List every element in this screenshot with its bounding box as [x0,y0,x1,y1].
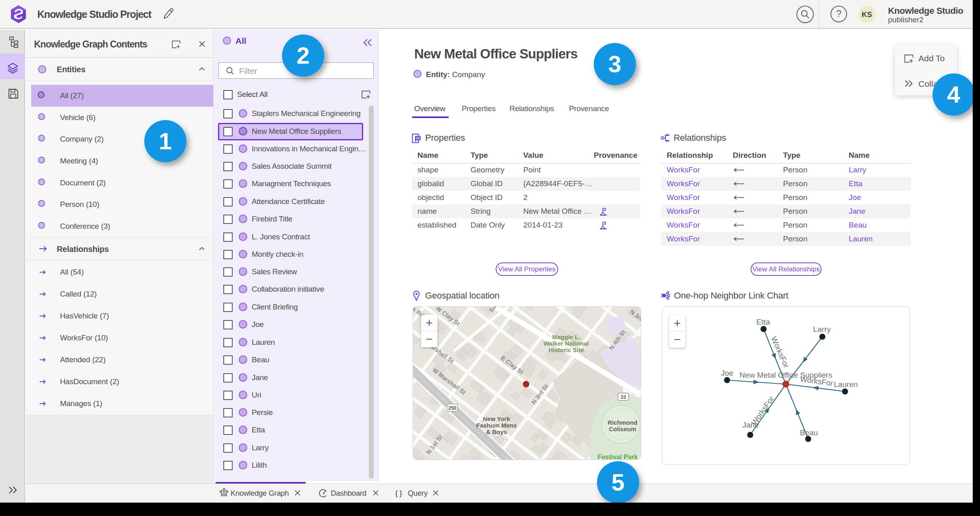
svg-text:Etta: Etta [756,318,770,326]
svg-text:New York: New York [483,415,511,422]
svg-text:Larry: Larry [813,325,831,333]
svg-text:250: 250 [448,405,456,411]
svg-text:Joe: Joe [721,369,734,377]
svg-text:& Boys: & Boys [486,428,507,435]
svg-text:Lauren: Lauren [834,380,858,389]
svg-text:Coliseum: Coliseum [609,426,636,432]
svg-text:Richmond: Richmond [608,419,637,426]
svg-text:Festival Park: Festival Park [598,454,638,460]
svg-text:WorksFor: WorksFor [750,394,776,427]
svg-text:Maggie L.: Maggie L. [552,333,580,340]
svg-text:Walker National: Walker National [543,340,589,347]
svg-text:Historic Site: Historic Site [548,346,584,353]
svg-text:33: 33 [621,394,626,400]
svg-text:Fashion Mens: Fashion Mens [476,422,517,429]
svg-text:Beau: Beau [800,428,818,437]
svg-text:?: ? [836,8,841,19]
